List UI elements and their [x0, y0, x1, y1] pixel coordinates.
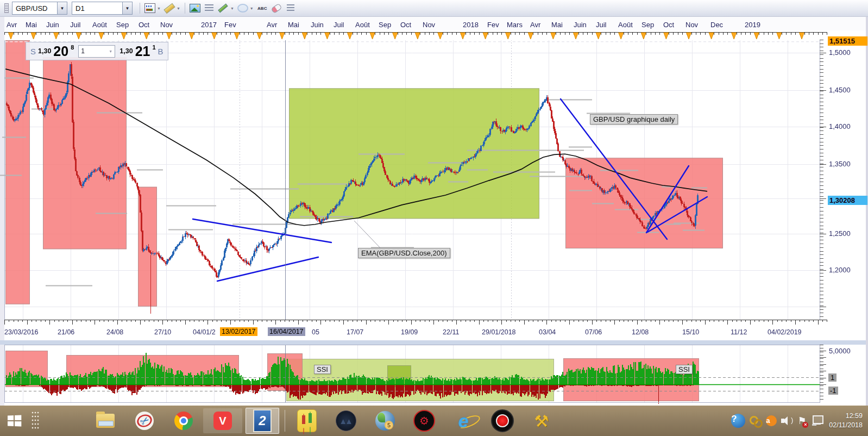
month-label: Sep	[641, 21, 654, 29]
toolbar-grip[interactable]	[4, 3, 9, 13]
taskbar-item-vivaldi[interactable]: V	[203, 408, 242, 433]
taskbar-item-chrome[interactable]	[164, 408, 203, 434]
toolbar-separator	[185, 3, 185, 14]
date-axis-label: 27/10	[154, 328, 171, 336]
vivaldi-icon: V	[213, 412, 232, 430]
date-axis-label: 22/11	[443, 328, 459, 336]
start-button[interactable]	[0, 406, 28, 436]
eraser-button[interactable]	[270, 2, 283, 15]
toolbar-menu-button[interactable]	[284, 2, 297, 15]
taskbar-clock[interactable]: 12:59 02/11/2018	[827, 412, 868, 430]
month-label: Avr	[530, 21, 540, 29]
tray-keys[interactable]	[750, 416, 762, 426]
quantity-dropdown-arrow[interactable]: ▼	[109, 49, 112, 53]
candlestick-app-icon	[297, 409, 317, 432]
alert-price-chip[interactable]: 1,51515	[828, 36, 867, 46]
month-label: Mai	[288, 21, 299, 29]
price-axis-label: 1,5000	[829, 48, 851, 57]
eraser-icon	[271, 3, 282, 13]
buy-price-big[interactable]: 21	[135, 45, 150, 58]
chart-type-dropdown-arrow[interactable]: ▼	[157, 7, 161, 10]
date-axis-label: 05	[312, 328, 319, 336]
draw-line-button[interactable]	[217, 2, 230, 15]
sell-price-prefix[interactable]: 1,30	[38, 47, 51, 55]
taskbar-item-dark-emblem-app[interactable]: ▲▲	[326, 408, 366, 434]
taskbar-item-candlestick-app[interactable]	[287, 408, 326, 434]
taskbar-item-internet-explorer[interactable]: e	[444, 408, 483, 434]
screenshot-button[interactable]	[188, 2, 202, 15]
date-axis-label: 23/03/2016	[4, 328, 39, 336]
metatrader-icon: 5	[375, 411, 395, 431]
sell-price-big[interactable]: 20	[53, 45, 68, 58]
taskbar-item-snipping-tool[interactable]: ✂	[125, 408, 164, 434]
month-label: Juin	[46, 21, 59, 29]
ruler-button[interactable]	[163, 2, 176, 15]
sell-price-pip[interactable]: 8	[71, 44, 74, 51]
network-icon	[810, 415, 823, 426]
sell-label[interactable]: S	[30, 47, 36, 56]
taskbar-divider	[285, 410, 285, 432]
tray-network[interactable]	[810, 415, 823, 426]
month-label: Fev	[224, 21, 236, 29]
text-label-button[interactable]: ABC	[256, 2, 269, 15]
chart-type-button[interactable]	[143, 2, 156, 15]
file-explorer-icon	[96, 414, 115, 428]
ssi-axis-plus1-label: 1	[828, 373, 836, 382]
draw-ellipse-button[interactable]	[236, 2, 249, 15]
main-chart-canvas[interactable]	[0, 16, 868, 406]
tray-speaker[interactable]: )	[781, 415, 793, 426]
draw-line-dropdown-arrow[interactable]: ▼	[230, 7, 234, 10]
date-axis-label: 11/12	[731, 328, 747, 336]
month-label: Juil	[70, 21, 81, 29]
buy-label[interactable]: B	[158, 47, 163, 56]
pinned-apps-grid-icon[interactable]	[32, 412, 39, 430]
month-label: 2018	[463, 21, 479, 29]
ssi-axis-minus1-label: -1	[828, 387, 838, 395]
speaker-icon: )	[781, 415, 793, 426]
symbol-combo[interactable]: GBP/USD ▼	[12, 2, 67, 15]
tray-help-bubble[interactable]: ?	[731, 414, 745, 428]
chart-title-annotation[interactable]: GBP/USD graphique daily	[590, 114, 678, 124]
quantity-dropdown[interactable]: 1 ▼	[78, 45, 115, 58]
buy-price-prefix[interactable]: 1,30	[119, 47, 133, 55]
month-label: 2017	[201, 21, 217, 29]
ssi-indicator-label[interactable]: SSI	[676, 365, 693, 374]
price-axis-label: 1,3500	[829, 160, 851, 168]
timeframe-combo[interactable]: D1 ▼	[72, 2, 133, 15]
windows-taskbar: ✂V2▲▲5⚙e⚒ ?a)⚑× 12:59 02/11/2018	[0, 406, 868, 436]
clock-date: 02/11/2018	[829, 421, 863, 430]
toolbar-separator	[140, 3, 140, 14]
timeframe-combo-arrow[interactable]: ▼	[122, 2, 132, 14]
buy-price-pip[interactable]: 1	[152, 44, 155, 51]
tray-orange-a[interactable]: a	[766, 415, 777, 426]
taskbar-item-apps-grid[interactable]	[47, 408, 86, 434]
month-label: Nov	[160, 21, 173, 29]
date-axis-label: 04/01/2	[193, 328, 216, 336]
taskbar-item-screen-recorder[interactable]	[483, 408, 522, 434]
internet-explorer-icon: e	[458, 410, 469, 432]
tray-notif-flag[interactable]: ⚑×	[797, 415, 806, 427]
ruler-dropdown-arrow[interactable]: ▼	[177, 7, 180, 10]
month-label: Fev	[487, 21, 499, 29]
month-label: Juin	[574, 21, 587, 29]
ema-indicator-annotation[interactable]: EMA(GBP/USD.Close,200)	[358, 248, 450, 258]
ssi-indicator-label[interactable]: SSI	[314, 365, 331, 374]
taskbar-item-trading-platform[interactable]: 2	[246, 408, 279, 434]
price-axis-label: 1,2000	[829, 266, 851, 274]
month-label: Mai	[551, 21, 563, 29]
taskbar-item-repair-tools[interactable]: ⚒	[522, 408, 561, 434]
taskbar-item-red-gear-app[interactable]: ⚙	[405, 408, 444, 434]
symbol-combo-value: GBP/USD	[12, 4, 57, 13]
date-axis-label: 16/04/2017	[268, 327, 305, 336]
taskbar-item-file-explorer[interactable]	[86, 408, 125, 434]
draw-line-icon	[218, 4, 228, 13]
month-label: Juil	[334, 21, 344, 29]
month-label: Nov	[423, 21, 435, 29]
indicator-list-button[interactable]	[203, 2, 216, 15]
symbol-combo-arrow[interactable]: ▼	[57, 2, 67, 14]
month-label: Sep	[379, 21, 391, 29]
date-axis-label: 12/08	[632, 328, 649, 336]
draw-ellipse-dropdown-arrow[interactable]: ▼	[250, 7, 254, 10]
date-axis-label: 03/04	[539, 328, 556, 336]
taskbar-item-metatrader[interactable]: 5	[366, 408, 405, 434]
